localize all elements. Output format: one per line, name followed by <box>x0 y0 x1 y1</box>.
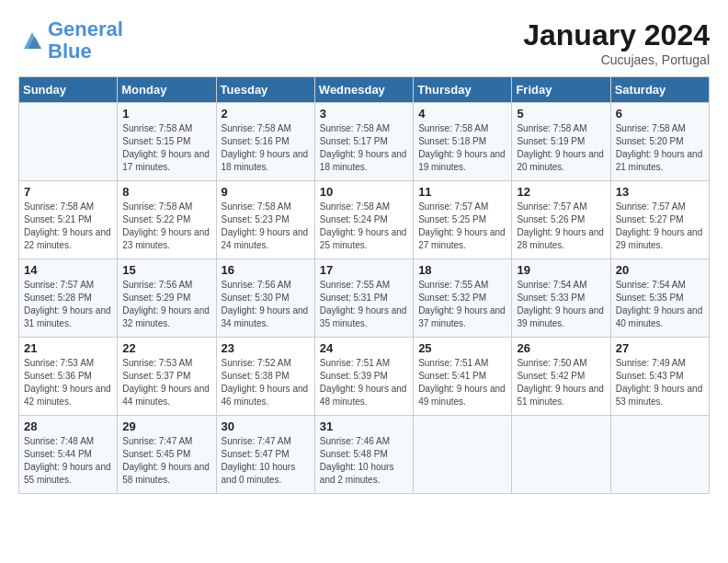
day-number: 4 <box>418 107 506 121</box>
day-number: 24 <box>320 341 408 355</box>
calendar-cell: 18Sunrise: 7:55 AMSunset: 5:32 PMDayligh… <box>414 259 512 338</box>
calendar-cell: 19Sunrise: 7:54 AMSunset: 5:33 PMDayligh… <box>512 259 610 338</box>
day-info: Sunrise: 7:55 AMSunset: 5:32 PMDaylight:… <box>418 279 506 330</box>
day-info: Sunrise: 7:58 AMSunset: 5:19 PMDaylight:… <box>517 122 605 174</box>
day-number: 28 <box>24 419 112 433</box>
calendar-cell: 25Sunrise: 7:51 AMSunset: 5:41 PMDayligh… <box>414 338 512 416</box>
calendar-week-2: 14Sunrise: 7:57 AMSunset: 5:28 PMDayligh… <box>19 259 710 338</box>
calendar-cell: 2Sunrise: 7:58 AMSunset: 5:16 PMDaylight… <box>216 103 314 181</box>
calendar-week-0: 1Sunrise: 7:58 AMSunset: 5:15 PMDaylight… <box>19 103 710 181</box>
day-number: 21 <box>24 341 112 355</box>
day-info: Sunrise: 7:52 AMSunset: 5:38 PMDaylight:… <box>222 357 310 408</box>
subtitle: Cucujaes, Portugal <box>523 52 710 67</box>
calendar-cell: 30Sunrise: 7:47 AMSunset: 5:47 PMDayligh… <box>216 416 314 494</box>
day-info: Sunrise: 7:57 AMSunset: 5:27 PMDaylight:… <box>616 201 704 252</box>
day-number: 11 <box>418 185 506 199</box>
day-info: Sunrise: 7:46 AMSunset: 5:48 PMDaylight:… <box>320 435 408 487</box>
day-number: 20 <box>616 263 704 277</box>
day-info: Sunrise: 7:58 AMSunset: 5:15 PMDaylight:… <box>122 122 210 174</box>
day-info: Sunrise: 7:53 AMSunset: 5:36 PMDaylight:… <box>24 357 112 408</box>
calendar-cell: 12Sunrise: 7:57 AMSunset: 5:26 PMDayligh… <box>512 181 610 259</box>
day-number: 12 <box>517 185 605 199</box>
day-number: 30 <box>222 419 310 433</box>
header-cell-wednesday: Wednesday <box>314 77 413 103</box>
calendar-cell: 6Sunrise: 7:58 AMSunset: 5:20 PMDaylight… <box>610 103 709 181</box>
calendar-week-3: 21Sunrise: 7:53 AMSunset: 5:36 PMDayligh… <box>19 338 710 416</box>
day-info: Sunrise: 7:47 AMSunset: 5:45 PMDaylight:… <box>122 435 210 487</box>
day-info: Sunrise: 7:56 AMSunset: 5:30 PMDaylight:… <box>222 279 310 330</box>
day-number: 23 <box>222 341 310 355</box>
day-number: 5 <box>517 107 605 121</box>
calendar-cell <box>414 416 512 494</box>
calendar-cell <box>512 416 610 494</box>
day-number: 31 <box>320 419 408 433</box>
day-number: 2 <box>222 107 310 121</box>
day-number: 25 <box>418 341 506 355</box>
logo-text: General Blue <box>48 18 123 63</box>
day-info: Sunrise: 7:53 AMSunset: 5:37 PMDaylight:… <box>122 357 210 408</box>
calendar-cell: 31Sunrise: 7:46 AMSunset: 5:48 PMDayligh… <box>314 416 413 494</box>
day-number: 27 <box>616 341 704 355</box>
day-number: 26 <box>517 341 605 355</box>
calendar-cell: 21Sunrise: 7:53 AMSunset: 5:36 PMDayligh… <box>19 338 118 416</box>
header-cell-monday: Monday <box>118 77 216 103</box>
day-info: Sunrise: 7:54 AMSunset: 5:33 PMDaylight:… <box>517 279 605 330</box>
day-number: 18 <box>418 263 506 277</box>
calendar-cell: 3Sunrise: 7:58 AMSunset: 5:17 PMDaylight… <box>314 103 413 181</box>
calendar-cell <box>610 416 709 494</box>
day-number: 6 <box>616 107 704 121</box>
day-info: Sunrise: 7:56 AMSunset: 5:29 PMDaylight:… <box>122 279 210 330</box>
calendar-cell: 28Sunrise: 7:48 AMSunset: 5:44 PMDayligh… <box>19 416 118 494</box>
day-number: 19 <box>517 263 605 277</box>
calendar-cell: 13Sunrise: 7:57 AMSunset: 5:27 PMDayligh… <box>610 181 709 259</box>
header-cell-sunday: Sunday <box>19 77 118 103</box>
day-info: Sunrise: 7:58 AMSunset: 5:16 PMDaylight:… <box>222 122 310 174</box>
header-cell-friday: Friday <box>512 77 610 103</box>
day-info: Sunrise: 7:57 AMSunset: 5:26 PMDaylight:… <box>517 201 605 252</box>
calendar-header: SundayMondayTuesdayWednesdayThursdayFrid… <box>19 77 710 103</box>
day-number: 13 <box>616 185 704 199</box>
calendar-cell: 26Sunrise: 7:50 AMSunset: 5:42 PMDayligh… <box>512 338 610 416</box>
day-info: Sunrise: 7:55 AMSunset: 5:31 PMDaylight:… <box>320 279 408 330</box>
calendar-cell: 5Sunrise: 7:58 AMSunset: 5:19 PMDaylight… <box>512 103 610 181</box>
calendar-cell: 15Sunrise: 7:56 AMSunset: 5:29 PMDayligh… <box>118 259 216 338</box>
day-info: Sunrise: 7:54 AMSunset: 5:35 PMDaylight:… <box>616 279 704 330</box>
calendar-cell: 10Sunrise: 7:58 AMSunset: 5:24 PMDayligh… <box>314 181 413 259</box>
day-number: 7 <box>24 185 112 199</box>
calendar-body: 1Sunrise: 7:58 AMSunset: 5:15 PMDaylight… <box>19 103 710 494</box>
header-cell-saturday: Saturday <box>610 77 709 103</box>
calendar-cell: 16Sunrise: 7:56 AMSunset: 5:30 PMDayligh… <box>216 259 314 338</box>
calendar-week-4: 28Sunrise: 7:48 AMSunset: 5:44 PMDayligh… <box>19 416 710 494</box>
day-info: Sunrise: 7:57 AMSunset: 5:25 PMDaylight:… <box>418 201 506 252</box>
day-info: Sunrise: 7:51 AMSunset: 5:41 PMDaylight:… <box>418 357 506 408</box>
calendar-cell: 9Sunrise: 7:58 AMSunset: 5:23 PMDaylight… <box>216 181 314 259</box>
calendar-cell: 4Sunrise: 7:58 AMSunset: 5:18 PMDaylight… <box>414 103 512 181</box>
day-info: Sunrise: 7:51 AMSunset: 5:39 PMDaylight:… <box>320 357 408 408</box>
calendar-cell: 17Sunrise: 7:55 AMSunset: 5:31 PMDayligh… <box>314 259 413 338</box>
calendar-cell: 24Sunrise: 7:51 AMSunset: 5:39 PMDayligh… <box>314 338 413 416</box>
calendar-cell: 7Sunrise: 7:58 AMSunset: 5:21 PMDaylight… <box>19 181 118 259</box>
day-info: Sunrise: 7:48 AMSunset: 5:44 PMDaylight:… <box>24 435 112 487</box>
day-number: 15 <box>122 263 210 277</box>
day-number: 29 <box>122 419 210 433</box>
calendar-cell: 29Sunrise: 7:47 AMSunset: 5:45 PMDayligh… <box>118 416 216 494</box>
day-number: 8 <box>122 185 210 199</box>
day-number: 3 <box>320 107 408 121</box>
calendar-cell: 23Sunrise: 7:52 AMSunset: 5:38 PMDayligh… <box>216 338 314 416</box>
calendar-cell: 14Sunrise: 7:57 AMSunset: 5:28 PMDayligh… <box>19 259 118 338</box>
header-cell-tuesday: Tuesday <box>216 77 314 103</box>
day-info: Sunrise: 7:58 AMSunset: 5:22 PMDaylight:… <box>122 201 210 252</box>
header-cell-thursday: Thursday <box>414 77 512 103</box>
title-block: January 2024 Cucujaes, Portugal <box>523 18 710 67</box>
day-info: Sunrise: 7:50 AMSunset: 5:42 PMDaylight:… <box>517 357 605 408</box>
day-info: Sunrise: 7:58 AMSunset: 5:18 PMDaylight:… <box>418 122 506 174</box>
calendar-cell: 11Sunrise: 7:57 AMSunset: 5:25 PMDayligh… <box>414 181 512 259</box>
day-number: 9 <box>222 185 310 199</box>
calendar-cell: 22Sunrise: 7:53 AMSunset: 5:37 PMDayligh… <box>118 338 216 416</box>
month-title: January 2024 <box>523 18 710 52</box>
day-number: 14 <box>24 263 112 277</box>
logo-icon <box>18 27 46 54</box>
day-number: 10 <box>320 185 408 199</box>
day-info: Sunrise: 7:47 AMSunset: 5:47 PMDaylight:… <box>222 435 310 487</box>
day-info: Sunrise: 7:58 AMSunset: 5:23 PMDaylight:… <box>222 201 310 252</box>
